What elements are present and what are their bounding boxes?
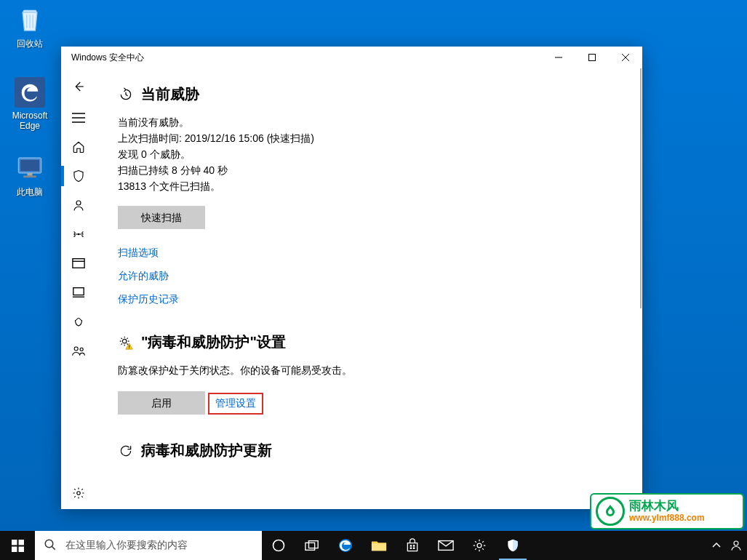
watermark-brand: 雨林木风	[629, 500, 705, 513]
back-button[interactable]	[61, 70, 96, 103]
allowed-threats-link[interactable]: 允许的威胁	[118, 270, 620, 283]
svg-point-30	[734, 541, 738, 545]
watermark-logo-icon	[596, 497, 625, 526]
svg-rect-27	[413, 548, 415, 550]
svg-rect-16	[12, 546, 17, 551]
edge-label: Microsoft Edge	[3, 111, 57, 131]
people-icon[interactable]	[61, 336, 96, 365]
gear-warning-icon	[118, 335, 134, 351]
threats-found-text: 发现 0 个威胁。	[118, 146, 620, 162]
protection-history-link[interactable]: 保护历史记录	[118, 293, 620, 306]
scrollbar-thumb[interactable]	[640, 68, 642, 308]
menu-icon[interactable]	[61, 103, 96, 132]
system-tray	[708, 531, 747, 560]
tray-people-icon[interactable]	[725, 531, 747, 560]
maximize-button[interactable]	[575, 47, 609, 68]
svg-point-6	[78, 233, 80, 236]
titlebar: Windows 安全中心	[61, 47, 642, 68]
search-placeholder: 在这里输入你要搜索的内容	[65, 539, 188, 552]
svg-point-5	[76, 201, 81, 205]
taskbar-edge-icon[interactable]	[329, 531, 362, 560]
updates-title: 病毒和威胁防护更新	[141, 441, 272, 460]
last-scan-text: 上次扫描时间: 2019/12/16 15:06 (快速扫描)	[118, 130, 620, 146]
security-center-window: Windows 安全中心	[61, 47, 642, 509]
files-scanned-text: 13813 个文件已扫描。	[118, 178, 620, 194]
svg-rect-15	[18, 540, 23, 545]
edge-icon	[15, 77, 45, 108]
taskbar-store-icon[interactable]	[396, 531, 429, 560]
no-threats-text: 当前没有威胁。	[118, 114, 620, 130]
enable-button[interactable]: 启用	[118, 391, 205, 415]
window-title: Windows 安全中心	[71, 52, 542, 64]
watermark-url: www.ylmf888.com	[629, 513, 705, 523]
updates-section: 病毒和威胁防护更新	[118, 441, 620, 460]
svg-rect-1	[20, 160, 39, 172]
svg-point-11	[77, 492, 81, 495]
svg-rect-7	[73, 259, 84, 268]
home-icon[interactable]	[61, 132, 96, 161]
svg-rect-17	[18, 546, 23, 551]
recycle-bin-label: 回收站	[3, 38, 57, 50]
close-button[interactable]	[609, 47, 642, 68]
family-icon[interactable]	[61, 307, 96, 336]
svg-rect-26	[410, 548, 412, 550]
taskbar-search[interactable]: 在这里输入你要搜索的内容	[35, 531, 262, 560]
svg-point-18	[45, 540, 53, 548]
protection-settings-desc: 防篡改保护处于关闭状态。你的设备可能易受攻击。	[118, 362, 620, 378]
quick-scan-button[interactable]: 快速扫描	[118, 206, 205, 229]
svg-point-13	[129, 347, 129, 348]
svg-rect-24	[410, 545, 412, 547]
this-pc[interactable]: 此电脑	[3, 153, 57, 199]
scan-duration-text: 扫描已持续 8 分钟 40 秒	[118, 162, 620, 178]
task-view-icon[interactable]	[295, 531, 329, 560]
recycle-bin[interactable]: 回收站	[3, 4, 57, 50]
current-threats-title: 当前威胁	[141, 84, 199, 104]
current-threats-heading: 当前威胁	[118, 84, 620, 104]
protection-settings-heading: "病毒和威胁防护"设置	[118, 332, 620, 352]
this-pc-label: 此电脑	[3, 186, 57, 199]
updates-heading: 病毒和威胁防护更新	[118, 441, 620, 460]
taskbar-settings-icon[interactable]	[463, 531, 496, 560]
svg-point-10	[80, 348, 83, 351]
watermark-badge: 雨林木风 www.ylmf888.com	[590, 493, 744, 529]
taskbar-explorer-icon[interactable]	[362, 531, 396, 560]
clock-refresh-icon	[118, 87, 134, 103]
svg-point-19	[273, 540, 284, 551]
svg-rect-3	[28, 173, 33, 176]
svg-point-12	[122, 339, 127, 343]
minimize-button[interactable]	[542, 47, 575, 68]
taskbar-security-icon[interactable]	[496, 531, 530, 560]
firewall-icon[interactable]	[61, 220, 96, 249]
taskbar-mail-icon[interactable]	[429, 531, 463, 560]
protection-settings-title: "病毒和威胁防护"设置	[141, 332, 286, 352]
scan-options-link[interactable]: 扫描选项	[118, 247, 620, 260]
svg-rect-8	[73, 288, 84, 295]
svg-rect-14	[12, 540, 17, 545]
start-button[interactable]	[0, 531, 35, 560]
sidebar	[61, 68, 96, 509]
search-icon	[44, 538, 57, 553]
protection-settings-section: "病毒和威胁防护"设置 防篡改保护处于关闭状态。你的设备可能易受攻击。 启用 管…	[118, 332, 620, 415]
content-pane: 当前威胁 当前没有威胁。 上次扫描时间: 2019/12/16 15:06 (快…	[96, 68, 642, 509]
svg-rect-4	[589, 55, 596, 61]
svg-point-29	[477, 543, 482, 548]
current-threats-body: 当前没有威胁。 上次扫描时间: 2019/12/16 15:06 (快速扫描) …	[118, 114, 620, 194]
settings-icon[interactable]	[61, 477, 96, 509]
device-performance-icon[interactable]	[61, 278, 96, 307]
computer-icon	[15, 153, 45, 183]
svg-point-9	[74, 347, 78, 351]
tray-chevron-up-icon[interactable]	[708, 531, 725, 560]
shield-icon[interactable]	[61, 161, 96, 191]
cortana-icon[interactable]	[262, 531, 295, 560]
current-threats-section: 当前威胁 当前没有威胁。 上次扫描时间: 2019/12/16 15:06 (快…	[118, 84, 620, 306]
app-browser-icon[interactable]	[61, 249, 96, 278]
svg-rect-21	[308, 541, 318, 548]
manage-settings-highlight: 管理设置	[208, 393, 263, 415]
svg-rect-2	[23, 176, 36, 178]
refresh-icon	[118, 443, 134, 459]
microsoft-edge[interactable]: Microsoft Edge	[3, 77, 57, 131]
recycle-bin-icon	[15, 4, 45, 35]
account-icon[interactable]	[61, 191, 96, 220]
svg-rect-25	[413, 545, 415, 547]
manage-settings-link[interactable]: 管理设置	[215, 397, 256, 410]
